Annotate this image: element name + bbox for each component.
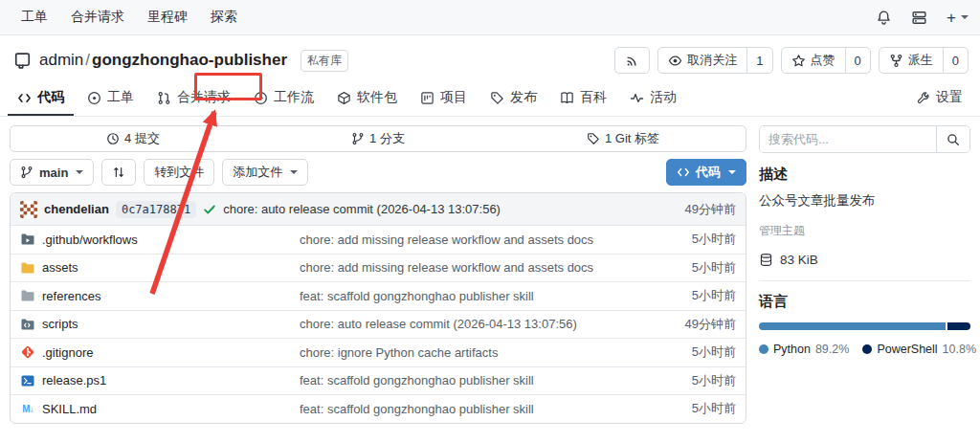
rss-button[interactable] (614, 47, 650, 74)
caret-down-icon (290, 170, 298, 174)
manage-topics-link[interactable]: 管理主题 (759, 223, 970, 239)
git-icon (20, 344, 35, 360)
pulse-icon (630, 91, 644, 105)
repo-sidebar: 描述 公众号文章批量发布 管理主题 83 KiB 语言 Python 89.2%… (759, 125, 970, 424)
tags-count[interactable]: 1 Git 标签 (501, 130, 746, 147)
repo-name-link[interactable]: gongzhonghao-publisher (92, 51, 287, 69)
file-link[interactable]: .gitignore (20, 344, 300, 360)
search-icon (947, 133, 960, 146)
branch-icon (20, 166, 33, 179)
repo-separator: / (85, 51, 90, 69)
file-link[interactable]: assets (20, 260, 300, 276)
star-button[interactable]: 点赞 0 (781, 47, 871, 74)
watch-button[interactable]: 取消关注 1 (657, 47, 772, 74)
commit-status-check-icon[interactable] (203, 203, 216, 216)
folder-assets-icon (20, 260, 35, 276)
goto-file-button[interactable]: 转到文件 (144, 159, 214, 186)
repo-icon (13, 52, 32, 70)
file-commit-time: 5小时前 (629, 400, 736, 417)
file-commit-message[interactable]: feat: scaffold gongzhonghao publisher sk… (300, 289, 629, 303)
tab-code[interactable]: 代码 (8, 81, 74, 116)
play-circle-icon (254, 91, 268, 105)
file-row: references feat: scaffold gongzhonghao p… (11, 281, 746, 310)
markdown-icon: M↓ (20, 404, 35, 414)
branches-count[interactable]: 1 分支 (256, 130, 501, 147)
commit-hash-badge[interactable]: 0c7a178871 (116, 201, 196, 218)
file-row: release.ps1 feat: scaffold gongzhonghao … (11, 366, 746, 395)
divider (759, 280, 970, 281)
file-commit-message[interactable]: chore: ignore Python cache artifacts (300, 345, 629, 360)
star-count[interactable]: 0 (845, 48, 870, 73)
fork-count[interactable]: 0 (943, 48, 968, 73)
commit-message[interactable]: chore: auto release commit (2026-04-13 1… (223, 202, 501, 216)
notifications-bell-icon[interactable] (876, 10, 892, 26)
file-commit-message[interactable]: feat: scaffold gongzhonghao publisher sk… (300, 402, 629, 416)
file-link[interactable]: scripts (20, 317, 300, 332)
file-table: chendelian 0c7a178871 chore: auto releas… (10, 192, 746, 424)
file-link[interactable]: release.ps1 (20, 373, 300, 388)
issue-icon (87, 91, 101, 105)
top-nav-links: 工单 合并请求 里程碑 探索 (11, 3, 247, 32)
star-icon (791, 54, 806, 68)
tab-projects[interactable]: 项目 (411, 81, 477, 116)
file-commit-message[interactable]: feat: scaffold gongzhonghao publisher sk… (300, 373, 629, 388)
file-commit-time: 5小时前 (629, 231, 736, 248)
tab-pull-requests[interactable]: 合并请求 (147, 81, 240, 116)
file-link[interactable]: M↓ SKILL.md (20, 402, 300, 416)
tab-settings[interactable]: 设置 (906, 81, 972, 116)
pull-request-icon (157, 91, 171, 105)
file-row: .gitignore chore: ignore Python cache ar… (11, 338, 746, 366)
code-download-button[interactable]: 代码 (666, 159, 746, 186)
eye-icon (668, 54, 682, 68)
legend-python: Python 89.2% (759, 343, 849, 356)
add-file-button[interactable]: 添加文件 (222, 159, 308, 186)
file-link[interactable]: .github/workflows (20, 232, 300, 247)
commit-author[interactable]: chendelian (44, 202, 109, 216)
repo-description: 公众号文章批量发布 (759, 192, 970, 210)
plus-icon: + (947, 10, 956, 26)
search-button[interactable] (936, 126, 969, 152)
rss-icon (615, 48, 649, 73)
file-row: assets chore: add missing release workfl… (11, 254, 746, 282)
admin-panel-icon[interactable] (911, 10, 927, 26)
project-icon (420, 91, 434, 105)
file-row: .github/workflows chore: add missing rel… (11, 225, 746, 254)
fork-button[interactable]: 派生 0 (879, 47, 969, 74)
tag-icon (490, 91, 504, 105)
compare-button[interactable] (101, 159, 136, 186)
branch-icon (351, 132, 365, 145)
create-new-menu[interactable]: + (947, 10, 969, 26)
nav-issues[interactable]: 工单 (11, 3, 57, 32)
tag-icon (587, 132, 600, 145)
language-bar[interactable] (759, 322, 970, 330)
database-icon (759, 253, 773, 267)
search-input[interactable] (760, 126, 936, 152)
top-navbar: 工单 合并请求 里程碑 探索 + (0, 0, 980, 35)
tab-workflows[interactable]: 工作流 (244, 81, 323, 116)
code-icon (17, 91, 32, 105)
legend-powershell: PowerShell 10.8% (862, 343, 976, 356)
file-commit-message[interactable]: chore: add missing release workflow and … (300, 260, 629, 275)
watch-count[interactable]: 1 (746, 48, 771, 73)
avatar[interactable] (20, 201, 37, 218)
commits-count[interactable]: 4 提交 (11, 130, 256, 147)
file-commit-message[interactable]: chore: auto release commit (2026-04-13 1… (300, 317, 629, 331)
folder-workflows-icon (20, 232, 35, 247)
file-link[interactable]: references (20, 288, 300, 303)
tab-packages[interactable]: 软件包 (327, 81, 407, 116)
repo-owner-link[interactable]: admin (39, 51, 83, 69)
nav-milestones[interactable]: 里程碑 (138, 3, 197, 32)
tab-releases[interactable]: 发布 (480, 81, 546, 116)
description-title: 描述 (759, 166, 970, 184)
file-commit-time: 5小时前 (629, 259, 736, 277)
tab-activity[interactable]: 活动 (620, 81, 686, 116)
file-commit-message[interactable]: chore: add missing release workflow and … (300, 233, 629, 247)
fork-icon (889, 54, 903, 68)
nav-explore[interactable]: 探索 (201, 3, 247, 32)
tab-issues[interactable]: 工单 (78, 81, 144, 116)
book-icon (560, 91, 574, 105)
nav-pull-requests[interactable]: 合并请求 (61, 3, 134, 32)
powershell-color-dot (862, 344, 872, 354)
tab-wiki[interactable]: 百科 (550, 81, 616, 116)
branch-selector[interactable]: main (10, 159, 94, 186)
